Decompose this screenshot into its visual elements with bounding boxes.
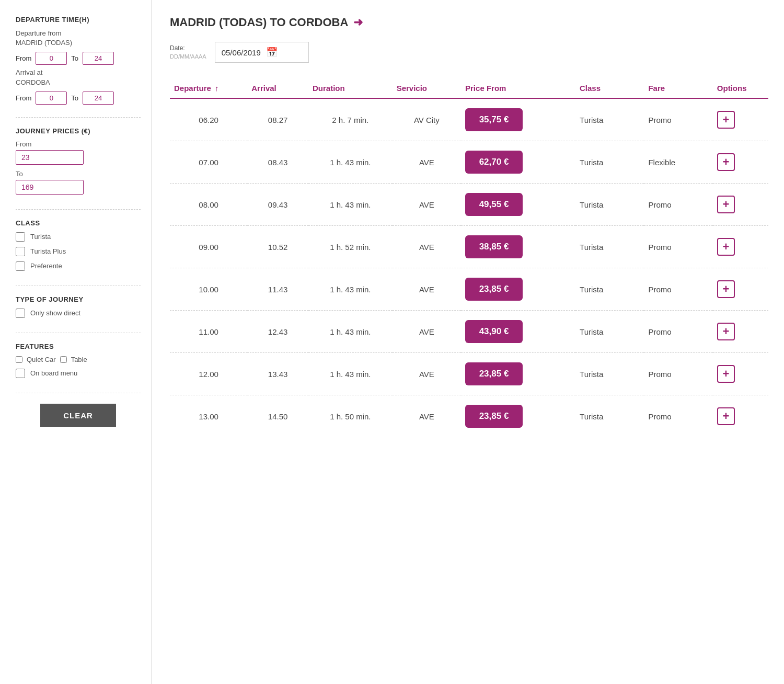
cell-duration: 1 h. 43 min. (308, 141, 393, 184)
cell-departure: 10.00 (170, 268, 247, 311)
col-header-servicio[interactable]: Servicio (393, 78, 461, 98)
class-turista-row: Turista (16, 232, 141, 242)
cell-departure: 06.20 (170, 98, 247, 141)
only-direct-row: Only show direct (16, 309, 141, 318)
calendar-icon: 📅 (266, 47, 278, 58)
cell-class: Turista (575, 395, 644, 438)
table-label: Table (71, 356, 87, 363)
cell-duration: 1 h. 43 min. (308, 353, 393, 395)
clear-button[interactable]: CLEAR (40, 404, 116, 427)
cell-fare: Flexible (644, 141, 712, 184)
col-header-duration[interactable]: Duration (308, 78, 393, 98)
col-header-options[interactable]: Options (713, 78, 768, 98)
journey-type-title: TYPE OF JOURNEY (16, 295, 141, 303)
cell-arrival: 14.50 (247, 395, 308, 438)
table-checkbox[interactable] (60, 356, 67, 363)
cell-options: + (713, 268, 768, 311)
quiet-car-checkbox[interactable] (16, 356, 22, 363)
options-plus-button[interactable]: + (717, 196, 735, 213)
table-row: 08.00 09.43 1 h. 43 min. AVE 49,55 € Tur… (170, 184, 768, 226)
price-badge[interactable]: 38,85 € (465, 235, 523, 258)
options-plus-button[interactable]: + (717, 365, 735, 383)
options-plus-button[interactable]: + (717, 407, 735, 425)
cell-duration: 1 h. 50 min. (308, 395, 393, 438)
cell-price: 35,75 € (461, 98, 575, 141)
arrival-to-input[interactable] (83, 92, 114, 105)
cell-arrival: 09.43 (247, 184, 308, 226)
price-badge[interactable]: 23,85 € (465, 278, 523, 301)
class-section: CLASS Turista Turista Plus Preferente (16, 219, 141, 286)
table-row: 06.20 08.27 2 h. 7 min. AV City 35,75 € … (170, 98, 768, 141)
cell-departure: 08.00 (170, 184, 247, 226)
options-plus-button[interactable]: + (717, 153, 735, 171)
cell-fare: Promo (644, 184, 712, 226)
journey-prices-section: JOURNEY PRICES (€) From To (16, 127, 141, 210)
date-format-label: DD/MM/AAAA (170, 53, 206, 61)
price-to-input[interactable] (16, 180, 84, 195)
cell-fare: Promo (644, 98, 712, 141)
arrival-from-input[interactable] (36, 92, 67, 105)
cell-servicio: AVE (393, 311, 461, 353)
options-plus-button[interactable]: + (717, 280, 735, 298)
cell-servicio: AVE (393, 353, 461, 395)
cell-duration: 1 h. 43 min. (308, 268, 393, 311)
results-table: Departure ↑ Arrival Duration Servicio Pr… (170, 78, 768, 437)
price-badge[interactable]: 23,85 € (465, 405, 523, 428)
col-header-class[interactable]: Class (575, 78, 644, 98)
cell-fare: Promo (644, 395, 712, 438)
cell-price: 23,85 € (461, 395, 575, 438)
features-title: FEATURES (16, 343, 141, 350)
price-badge[interactable]: 35,75 € (465, 108, 523, 131)
class-turista-checkbox[interactable] (16, 232, 25, 242)
price-badge[interactable]: 62,70 € (465, 151, 523, 174)
arrival-at-label: Arrival at CORDOBA (16, 68, 141, 87)
table-row: 10.00 11.43 1 h. 43 min. AVE 23,85 € Tur… (170, 268, 768, 311)
cell-options: + (713, 353, 768, 395)
cell-arrival: 13.43 (247, 353, 308, 395)
col-header-price[interactable]: Price From (461, 78, 575, 98)
cell-departure: 12.00 (170, 353, 247, 395)
table-row: 13.00 14.50 1 h. 50 min. AVE 23,85 € Tur… (170, 395, 768, 438)
class-preferente-checkbox[interactable] (16, 261, 25, 271)
cell-duration: 1 h. 43 min. (308, 184, 393, 226)
date-row: Date: DD/MM/AAAA 05/06/2019 📅 (170, 42, 768, 63)
cell-price: 43,90 € (461, 311, 575, 353)
class-turista-plus-checkbox[interactable] (16, 247, 25, 256)
class-turista-plus-label: Turista Plus (30, 247, 66, 255)
price-badge[interactable]: 23,85 € (465, 362, 523, 385)
price-from-input[interactable] (16, 150, 84, 165)
departure-from-input[interactable] (36, 52, 67, 65)
cell-options: + (713, 98, 768, 141)
options-plus-button[interactable]: + (717, 323, 735, 340)
cell-price: 23,85 € (461, 353, 575, 395)
price-from-row: From (16, 140, 141, 165)
class-turista-plus-row: Turista Plus (16, 247, 141, 256)
on-board-menu-checkbox[interactable] (16, 369, 25, 378)
col-header-arrival[interactable]: Arrival (247, 78, 308, 98)
price-badge[interactable]: 49,55 € (465, 193, 523, 216)
col-header-departure[interactable]: Departure ↑ (170, 78, 247, 98)
cell-departure: 09.00 (170, 226, 247, 268)
cell-duration: 1 h. 52 min. (308, 226, 393, 268)
options-plus-button[interactable]: + (717, 238, 735, 256)
price-to-row: To (16, 170, 141, 195)
col-header-fare[interactable]: Fare (644, 78, 712, 98)
cell-servicio: AVE (393, 395, 461, 438)
cell-class: Turista (575, 141, 644, 184)
cell-class: Turista (575, 353, 644, 395)
date-input-wrapper[interactable]: 05/06/2019 📅 (215, 42, 309, 63)
only-direct-checkbox[interactable] (16, 309, 25, 318)
journey-prices-title: JOURNEY PRICES (€) (16, 127, 141, 135)
journey-type-section: TYPE OF JOURNEY Only show direct (16, 295, 141, 333)
cell-arrival: 12.43 (247, 311, 308, 353)
cell-servicio: AVE (393, 226, 461, 268)
price-badge[interactable]: 43,90 € (465, 320, 523, 343)
cell-class: Turista (575, 226, 644, 268)
cell-arrival: 10.52 (247, 226, 308, 268)
options-plus-button[interactable]: + (717, 111, 735, 129)
class-preferente-row: Preferente (16, 261, 141, 271)
departure-to-input[interactable] (83, 52, 114, 65)
features-section: FEATURES Quiet Car Table On board menu (16, 343, 141, 393)
cell-departure: 11.00 (170, 311, 247, 353)
only-direct-label: Only show direct (30, 309, 80, 317)
